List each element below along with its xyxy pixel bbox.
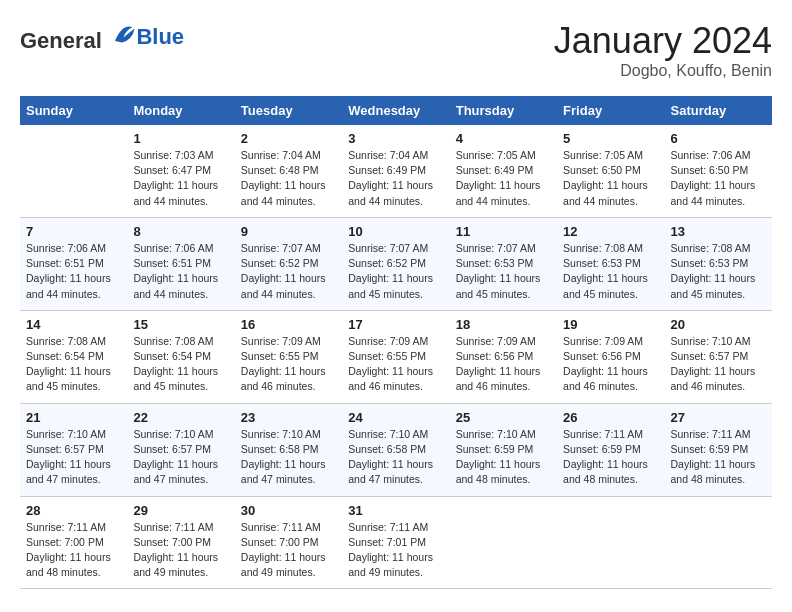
day-info: Sunrise: 7:11 AM Sunset: 7:01 PM Dayligh… <box>348 520 443 581</box>
day-number: 6 <box>671 131 766 146</box>
day-number: 16 <box>241 317 336 332</box>
calendar-week-row: 7Sunrise: 7:06 AM Sunset: 6:51 PM Daylig… <box>20 217 772 310</box>
day-info: Sunrise: 7:05 AM Sunset: 6:49 PM Dayligh… <box>456 148 551 209</box>
calendar-week-row: 1Sunrise: 7:03 AM Sunset: 6:47 PM Daylig… <box>20 125 772 217</box>
day-number: 14 <box>26 317 121 332</box>
calendar-week-row: 21Sunrise: 7:10 AM Sunset: 6:57 PM Dayli… <box>20 403 772 496</box>
calendar-cell: 18Sunrise: 7:09 AM Sunset: 6:56 PM Dayli… <box>450 310 557 403</box>
day-number: 4 <box>456 131 551 146</box>
calendar-cell: 15Sunrise: 7:08 AM Sunset: 6:54 PM Dayli… <box>127 310 234 403</box>
header-saturday: Saturday <box>665 96 772 125</box>
header-thursday: Thursday <box>450 96 557 125</box>
calendar-week-row: 28Sunrise: 7:11 AM Sunset: 7:00 PM Dayli… <box>20 496 772 589</box>
header-tuesday: Tuesday <box>235 96 342 125</box>
day-info: Sunrise: 7:05 AM Sunset: 6:50 PM Dayligh… <box>563 148 658 209</box>
day-info: Sunrise: 7:04 AM Sunset: 6:48 PM Dayligh… <box>241 148 336 209</box>
day-info: Sunrise: 7:10 AM Sunset: 6:57 PM Dayligh… <box>671 334 766 395</box>
day-info: Sunrise: 7:07 AM Sunset: 6:53 PM Dayligh… <box>456 241 551 302</box>
day-number: 31 <box>348 503 443 518</box>
day-number: 21 <box>26 410 121 425</box>
calendar-cell: 10Sunrise: 7:07 AM Sunset: 6:52 PM Dayli… <box>342 217 449 310</box>
day-info: Sunrise: 7:10 AM Sunset: 6:58 PM Dayligh… <box>348 427 443 488</box>
day-info: Sunrise: 7:08 AM Sunset: 6:53 PM Dayligh… <box>671 241 766 302</box>
day-number: 25 <box>456 410 551 425</box>
calendar-subtitle: Dogbo, Kouffo, Benin <box>554 62 772 80</box>
title-block: January 2024 Dogbo, Kouffo, Benin <box>554 20 772 80</box>
calendar-cell: 13Sunrise: 7:08 AM Sunset: 6:53 PM Dayli… <box>665 217 772 310</box>
day-number: 2 <box>241 131 336 146</box>
day-info: Sunrise: 7:09 AM Sunset: 6:55 PM Dayligh… <box>348 334 443 395</box>
logo-bird-icon <box>108 20 136 48</box>
calendar-cell: 29Sunrise: 7:11 AM Sunset: 7:00 PM Dayli… <box>127 496 234 589</box>
day-info: Sunrise: 7:06 AM Sunset: 6:50 PM Dayligh… <box>671 148 766 209</box>
calendar-cell: 24Sunrise: 7:10 AM Sunset: 6:58 PM Dayli… <box>342 403 449 496</box>
calendar-cell: 21Sunrise: 7:10 AM Sunset: 6:57 PM Dayli… <box>20 403 127 496</box>
day-info: Sunrise: 7:08 AM Sunset: 6:53 PM Dayligh… <box>563 241 658 302</box>
calendar-cell: 12Sunrise: 7:08 AM Sunset: 6:53 PM Dayli… <box>557 217 664 310</box>
day-info: Sunrise: 7:09 AM Sunset: 6:56 PM Dayligh… <box>456 334 551 395</box>
day-number: 23 <box>241 410 336 425</box>
day-number: 7 <box>26 224 121 239</box>
day-info: Sunrise: 7:07 AM Sunset: 6:52 PM Dayligh… <box>348 241 443 302</box>
header-sunday: Sunday <box>20 96 127 125</box>
logo: General Blue <box>20 20 184 54</box>
day-info: Sunrise: 7:06 AM Sunset: 6:51 PM Dayligh… <box>133 241 228 302</box>
logo-blue: Blue <box>136 24 184 50</box>
calendar-cell <box>450 496 557 589</box>
calendar-cell: 5Sunrise: 7:05 AM Sunset: 6:50 PM Daylig… <box>557 125 664 217</box>
calendar-cell: 11Sunrise: 7:07 AM Sunset: 6:53 PM Dayli… <box>450 217 557 310</box>
header-friday: Friday <box>557 96 664 125</box>
calendar-cell: 9Sunrise: 7:07 AM Sunset: 6:52 PM Daylig… <box>235 217 342 310</box>
day-info: Sunrise: 7:10 AM Sunset: 6:58 PM Dayligh… <box>241 427 336 488</box>
day-info: Sunrise: 7:11 AM Sunset: 7:00 PM Dayligh… <box>241 520 336 581</box>
calendar-cell: 3Sunrise: 7:04 AM Sunset: 6:49 PM Daylig… <box>342 125 449 217</box>
calendar-cell: 19Sunrise: 7:09 AM Sunset: 6:56 PM Dayli… <box>557 310 664 403</box>
calendar-cell: 2Sunrise: 7:04 AM Sunset: 6:48 PM Daylig… <box>235 125 342 217</box>
day-number: 28 <box>26 503 121 518</box>
calendar-cell: 26Sunrise: 7:11 AM Sunset: 6:59 PM Dayli… <box>557 403 664 496</box>
day-number: 24 <box>348 410 443 425</box>
day-number: 15 <box>133 317 228 332</box>
calendar-cell: 31Sunrise: 7:11 AM Sunset: 7:01 PM Dayli… <box>342 496 449 589</box>
page-header: General Blue January 2024 Dogbo, Kouffo,… <box>20 20 772 80</box>
day-number: 10 <box>348 224 443 239</box>
day-info: Sunrise: 7:11 AM Sunset: 7:00 PM Dayligh… <box>133 520 228 581</box>
calendar-cell: 17Sunrise: 7:09 AM Sunset: 6:55 PM Dayli… <box>342 310 449 403</box>
day-number: 30 <box>241 503 336 518</box>
calendar-cell: 7Sunrise: 7:06 AM Sunset: 6:51 PM Daylig… <box>20 217 127 310</box>
day-number: 27 <box>671 410 766 425</box>
calendar-cell: 8Sunrise: 7:06 AM Sunset: 6:51 PM Daylig… <box>127 217 234 310</box>
day-info: Sunrise: 7:09 AM Sunset: 6:55 PM Dayligh… <box>241 334 336 395</box>
calendar-cell: 16Sunrise: 7:09 AM Sunset: 6:55 PM Dayli… <box>235 310 342 403</box>
calendar-cell: 20Sunrise: 7:10 AM Sunset: 6:57 PM Dayli… <box>665 310 772 403</box>
day-number: 3 <box>348 131 443 146</box>
calendar-cell: 14Sunrise: 7:08 AM Sunset: 6:54 PM Dayli… <box>20 310 127 403</box>
calendar-title: January 2024 <box>554 20 772 62</box>
day-number: 17 <box>348 317 443 332</box>
calendar-week-row: 14Sunrise: 7:08 AM Sunset: 6:54 PM Dayli… <box>20 310 772 403</box>
day-number: 11 <box>456 224 551 239</box>
logo-general: General <box>20 20 136 54</box>
calendar-cell <box>20 125 127 217</box>
day-number: 9 <box>241 224 336 239</box>
day-number: 19 <box>563 317 658 332</box>
day-info: Sunrise: 7:10 AM Sunset: 6:59 PM Dayligh… <box>456 427 551 488</box>
calendar-cell: 28Sunrise: 7:11 AM Sunset: 7:00 PM Dayli… <box>20 496 127 589</box>
day-info: Sunrise: 7:08 AM Sunset: 6:54 PM Dayligh… <box>26 334 121 395</box>
day-info: Sunrise: 7:09 AM Sunset: 6:56 PM Dayligh… <box>563 334 658 395</box>
day-number: 12 <box>563 224 658 239</box>
day-info: Sunrise: 7:10 AM Sunset: 6:57 PM Dayligh… <box>26 427 121 488</box>
day-info: Sunrise: 7:11 AM Sunset: 6:59 PM Dayligh… <box>671 427 766 488</box>
day-info: Sunrise: 7:10 AM Sunset: 6:57 PM Dayligh… <box>133 427 228 488</box>
day-info: Sunrise: 7:08 AM Sunset: 6:54 PM Dayligh… <box>133 334 228 395</box>
day-number: 5 <box>563 131 658 146</box>
calendar-cell: 6Sunrise: 7:06 AM Sunset: 6:50 PM Daylig… <box>665 125 772 217</box>
header-monday: Monday <box>127 96 234 125</box>
calendar-cell: 1Sunrise: 7:03 AM Sunset: 6:47 PM Daylig… <box>127 125 234 217</box>
calendar-cell <box>557 496 664 589</box>
calendar-cell: 23Sunrise: 7:10 AM Sunset: 6:58 PM Dayli… <box>235 403 342 496</box>
day-info: Sunrise: 7:11 AM Sunset: 6:59 PM Dayligh… <box>563 427 658 488</box>
day-info: Sunrise: 7:06 AM Sunset: 6:51 PM Dayligh… <box>26 241 121 302</box>
day-info: Sunrise: 7:11 AM Sunset: 7:00 PM Dayligh… <box>26 520 121 581</box>
day-number: 8 <box>133 224 228 239</box>
